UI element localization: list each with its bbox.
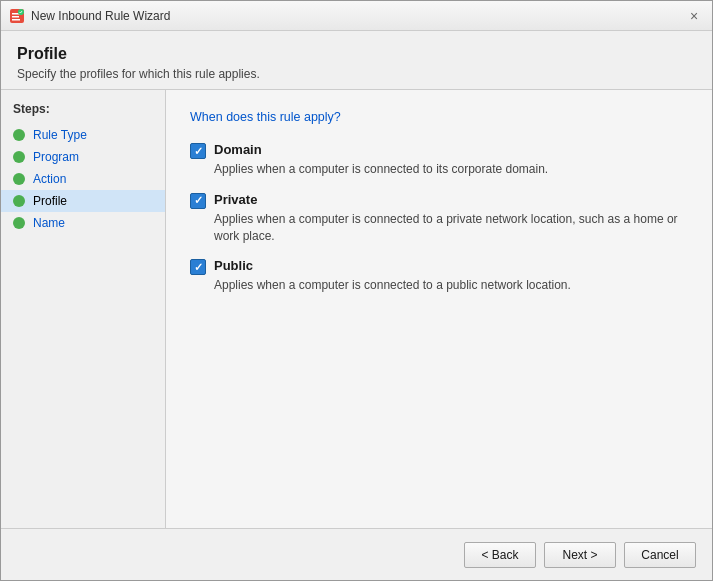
- next-button[interactable]: Next >: [544, 542, 616, 568]
- checkbox-private[interactable]: [190, 193, 206, 209]
- option-title-domain: Domain: [214, 142, 262, 157]
- option-row-public: Public: [190, 258, 688, 275]
- step-dot-rule-type: [13, 129, 25, 141]
- option-title-public: Public: [214, 258, 253, 273]
- app-icon: [9, 8, 25, 24]
- sidebar-item-rule-type[interactable]: Rule Type: [1, 124, 165, 146]
- step-dot-name: [13, 217, 25, 229]
- checkbox-public[interactable]: [190, 259, 206, 275]
- sidebar: Steps: Rule Type Program Action Profile …: [1, 90, 166, 528]
- question-text: When does this rule apply?: [190, 110, 688, 124]
- page-title: Profile: [17, 45, 696, 63]
- sidebar-label-program: Program: [33, 150, 79, 164]
- step-dot-program: [13, 151, 25, 163]
- sidebar-label-rule-type: Rule Type: [33, 128, 87, 142]
- title-bar-text: New Inbound Rule Wizard: [31, 9, 684, 23]
- cancel-button[interactable]: Cancel: [624, 542, 696, 568]
- svg-rect-3: [12, 19, 20, 21]
- main-panel: When does this rule apply? Domain Applie…: [166, 90, 712, 528]
- checkbox-domain[interactable]: [190, 143, 206, 159]
- sidebar-item-program[interactable]: Program: [1, 146, 165, 168]
- back-button[interactable]: < Back: [464, 542, 536, 568]
- option-desc-private: Applies when a computer is connected to …: [214, 211, 688, 245]
- footer: < Back Next > Cancel: [1, 528, 712, 580]
- option-desc-public: Applies when a computer is connected to …: [214, 277, 688, 294]
- option-row-private: Private: [190, 192, 688, 209]
- option-group-public: Public Applies when a computer is connec…: [190, 258, 688, 294]
- sidebar-label-action: Action: [33, 172, 66, 186]
- sidebar-label-name: Name: [33, 216, 65, 230]
- step-dot-action: [13, 173, 25, 185]
- wizard-window: New Inbound Rule Wizard × Profile Specif…: [0, 0, 713, 581]
- option-desc-domain: Applies when a computer is connected to …: [214, 161, 688, 178]
- content-area: Steps: Rule Type Program Action Profile …: [1, 90, 712, 528]
- sidebar-item-action[interactable]: Action: [1, 168, 165, 190]
- step-dot-profile: [13, 195, 25, 207]
- sidebar-item-name[interactable]: Name: [1, 212, 165, 234]
- title-bar: New Inbound Rule Wizard ×: [1, 1, 712, 31]
- svg-rect-2: [12, 16, 19, 18]
- sidebar-label-profile: Profile: [33, 194, 67, 208]
- option-group-private: Private Applies when a computer is conne…: [190, 192, 688, 245]
- option-group-domain: Domain Applies when a computer is connec…: [190, 142, 688, 178]
- close-button[interactable]: ×: [684, 6, 704, 26]
- page-header: Profile Specify the profiles for which t…: [1, 31, 712, 89]
- option-title-private: Private: [214, 192, 257, 207]
- option-row-domain: Domain: [190, 142, 688, 159]
- steps-label: Steps:: [1, 102, 165, 124]
- sidebar-item-profile[interactable]: Profile: [1, 190, 165, 212]
- page-subtitle: Specify the profiles for which this rule…: [17, 67, 696, 81]
